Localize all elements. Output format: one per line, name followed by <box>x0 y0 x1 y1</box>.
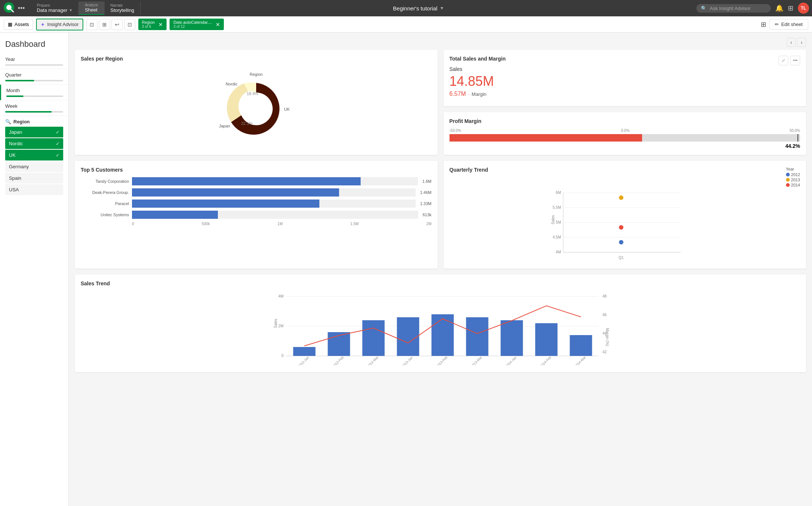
japan-segment <box>227 84 248 122</box>
bar-label-tandy: Tandy Corporation <box>81 179 129 184</box>
svg-text:Q1: Q1 <box>619 256 624 260</box>
month-filter-label: Month <box>6 88 63 93</box>
edit-label: Edit sheet <box>781 22 803 27</box>
region-item-usa[interactable]: USA <box>5 184 63 195</box>
more-icon[interactable]: ••• <box>790 56 800 65</box>
analyze-nav[interactable]: Analyze Sheet <box>79 1 104 15</box>
svg-text:18.4%: 18.4% <box>246 91 258 96</box>
edit-sheet-button[interactable]: ✏ Edit sheet <box>769 19 808 30</box>
assets-button[interactable]: ▦ Assets <box>4 19 33 30</box>
prepare-nav[interactable]: Prepare Data manager ▼ <box>31 2 79 14</box>
bar-2013-jan <box>397 317 419 356</box>
bar-label-paracel: Paracel <box>81 201 129 206</box>
date-filter-chip[interactable]: Date.autoCalendar.... 3 of 12 ✕ <box>170 19 224 30</box>
bar-row-paracel: Paracel 1.33M <box>81 200 432 208</box>
prev-arrow[interactable]: ‹ <box>787 38 796 47</box>
region-section: 🔍 Region Japan ✓ Nordic ✓ UK ✓ Germany <box>0 116 68 199</box>
legend-2012-dot <box>786 173 790 176</box>
week-filter[interactable]: Week <box>0 100 68 116</box>
svg-text:42: 42 <box>603 350 607 354</box>
total-sales-panel: Total Sales and Margin ⤢ ••• Sales 14.85… <box>444 50 806 106</box>
profit-margin-panel: Profit Margin -50.0% 0.0% 50.0% 44.2% <box>444 112 806 155</box>
profit-marker <box>798 134 798 142</box>
bar-axis: 0 500k 1M 1.5M 2M <box>81 222 432 226</box>
svg-text:2013-Feb: 2013-Feb <box>435 356 448 365</box>
legend-2013: 2013 <box>791 178 800 182</box>
top5-title: Top 5 Customers <box>81 167 432 173</box>
bell-icon[interactable]: 🔔 <box>775 4 783 12</box>
nav-more-icon[interactable]: ••• <box>18 4 25 12</box>
region-item-spain[interactable]: Spain <box>5 173 63 184</box>
bar-value-unitec: 613k <box>423 213 432 217</box>
bar-value-tandy: 1.6M <box>422 179 431 184</box>
legend-2013-dot <box>786 178 790 182</box>
uk-check: ✓ <box>56 153 59 158</box>
date-filter-label: Date.autoCalendar.... <box>173 20 212 25</box>
year-slider[interactable] <box>5 64 63 66</box>
svg-text:48: 48 <box>603 294 607 298</box>
sales-sub: 6.57M · Margin <box>450 91 800 97</box>
bar-fill-paracel <box>132 200 319 208</box>
month-filter[interactable]: Month <box>0 85 68 100</box>
insight-advisor-button[interactable]: ✦ Insight Advisor <box>36 19 83 30</box>
bar-row-tandy: Tandy Corporation 1.6M <box>81 177 432 185</box>
week-filter-label: Week <box>5 103 63 109</box>
month-slider[interactable] <box>6 95 63 97</box>
region-filter-chip[interactable]: Region 3 of 6 ✕ <box>138 19 167 30</box>
region-list: Japan ✓ Nordic ✓ UK ✓ Germany Spain <box>5 127 63 195</box>
region-filter-close[interactable]: ✕ <box>158 22 163 27</box>
year-filter[interactable]: Year <box>0 53 68 69</box>
profit-axis: -50.0% 0.0% 50.0% <box>450 129 800 133</box>
icon-btn-2[interactable]: ⊞ <box>99 19 110 30</box>
top-navigation: ••• Prepare Data manager ▼ Analyze Sheet… <box>0 0 812 16</box>
region-item-nordic[interactable]: Nordic ✓ <box>5 138 63 149</box>
next-arrow[interactable]: › <box>797 38 806 47</box>
sales-region-title: Sales per Region <box>81 56 432 62</box>
date-filter-close[interactable]: ✕ <box>216 22 220 27</box>
svg-text:6M: 6M <box>555 191 561 195</box>
layout-icon[interactable]: ⊞ <box>761 20 766 29</box>
svg-text:Sales: Sales <box>274 319 278 328</box>
japan-check: ✓ <box>56 130 59 135</box>
bar-value-deak: 1.46M <box>420 190 432 195</box>
grid-icon[interactable]: ⊞ <box>788 4 793 12</box>
search-box[interactable]: 🔍 <box>696 4 771 13</box>
user-avatar[interactable]: TL <box>798 3 809 14</box>
region-item-germany[interactable]: Germany <box>5 161 63 172</box>
toolbar: ▦ Assets ✦ Insight Advisor ⊡ ⊞ ↩ ⊡ Regio… <box>0 16 812 33</box>
week-slider[interactable] <box>5 111 63 113</box>
search-input[interactable] <box>710 6 762 11</box>
svg-text:2014-Jan: 2014-Jan <box>505 356 518 365</box>
region-item-uk[interactable]: UK ✓ <box>5 150 63 160</box>
axis-500k: 500k <box>202 222 210 226</box>
svg-text:Region: Region <box>249 72 262 77</box>
narrate-label: Narrate <box>110 3 134 7</box>
quarter-filter[interactable]: Quarter <box>0 69 68 85</box>
svg-text:2012-Mar: 2012-Mar <box>366 356 379 365</box>
app-chevron: ▼ <box>439 6 444 11</box>
toolbar-icons: ⊡ ⊞ ↩ ⊡ <box>86 19 135 30</box>
region-uk-label: UK <box>9 152 16 158</box>
expand-icon[interactable]: ⤢ <box>779 56 788 65</box>
legend-2012: 2012 <box>791 172 800 177</box>
legend-2014: 2014 <box>791 183 800 187</box>
search-icon: 🔍 <box>701 6 707 11</box>
prepare-chevron: ▼ <box>69 8 72 12</box>
analyze-sub: Sheet <box>85 7 98 13</box>
sales-trend-panel: Sales Trend 4M 2M 0 Sales 48 46 44 42 Ma… <box>75 275 806 372</box>
app-title[interactable]: Beginner's tutorial <box>393 5 438 12</box>
bar-2014-feb <box>535 323 558 356</box>
region-item-japan[interactable]: Japan ✓ <box>5 127 63 137</box>
icon-btn-4[interactable]: ⊡ <box>124 19 135 30</box>
bar-outer-tandy <box>132 177 418 185</box>
quarter-slider[interactable] <box>5 80 63 81</box>
analyze-label: Analyze <box>85 3 98 7</box>
qlik-logo[interactable] <box>3 1 15 15</box>
icon-btn-1[interactable]: ⊡ <box>86 19 97 30</box>
bar-row-deak: Deak-Perera Group. 1.46M <box>81 188 432 197</box>
icon-btn-3[interactable]: ↩ <box>112 19 123 30</box>
profit-bar-red <box>450 134 642 142</box>
narrate-nav[interactable]: Narrate Storytelling <box>104 2 141 14</box>
bar-fill-deak <box>132 188 339 197</box>
prepare-sub: Data manager <box>37 7 67 13</box>
